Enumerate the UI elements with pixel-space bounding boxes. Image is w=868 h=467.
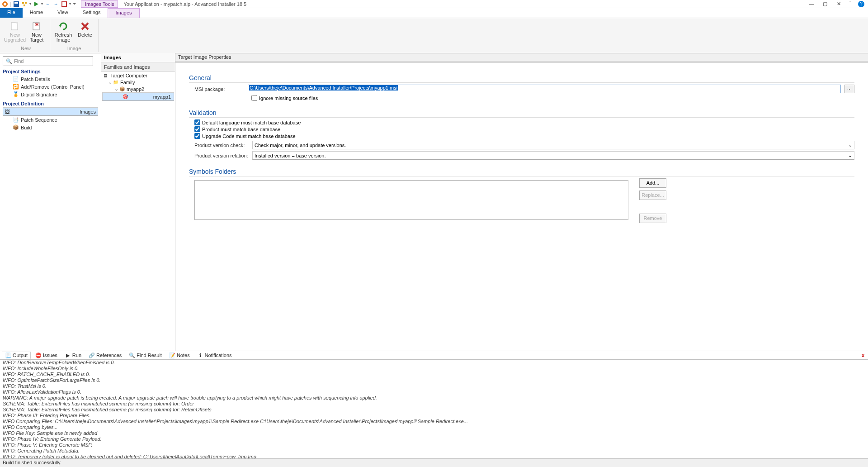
refresh-image-button[interactable]: Refresh Image — [53, 20, 74, 43]
ribbon-group-new-label: New — [21, 46, 31, 51]
pv-check-select[interactable]: Check major, minor, and update versions.… — [252, 141, 854, 149]
tree-root[interactable]: 🖥Target Computer — [102, 72, 174, 79]
new-target-button[interactable]: ✱ New Target — [26, 20, 47, 43]
ribbon-collapse[interactable]: ˇ — [849, 1, 851, 7]
symbols-listbox[interactable] — [194, 180, 628, 220]
ignore-missing-check[interactable]: Ignore missing source files — [251, 95, 854, 101]
run-icon[interactable] — [33, 1, 39, 7]
target-icon: 🎯 — [123, 94, 129, 99]
status-bar: Build finished successfully. — [0, 458, 868, 467]
output-line: INFO: Generating Patch Metadata. — [3, 448, 865, 454]
v2-checkbox[interactable] — [194, 126, 200, 132]
tree-myapp2[interactable]: ⌄📦myapp2 — [102, 86, 174, 92]
v3-checkbox[interactable] — [194, 133, 200, 139]
refresh-icon — [58, 21, 69, 32]
signature-icon: 🏅 — [13, 91, 19, 97]
search-icon: 🔍 — [6, 58, 12, 64]
tab-file[interactable]: File — [0, 8, 23, 18]
nav-images[interactable]: 🖼Images — [3, 107, 98, 116]
images-icon: 🖼 — [5, 109, 11, 114]
qat-dropdown-3[interactable]: ▾ — [69, 2, 71, 6]
remove-button[interactable]: Remove — [639, 214, 666, 223]
ribbon-group-image: Refresh Image Delete Image — [50, 19, 99, 52]
find-input[interactable]: 🔍 Find — [3, 56, 93, 66]
context-tab[interactable]: Images Tools — [81, 0, 118, 8]
qat-dropdown-2[interactable]: ▾ — [41, 2, 43, 6]
bottom-tabs: 📃Output ⛔Issues ▶Run 🔗References 🔍Find R… — [0, 351, 868, 360]
tab-notifications[interactable]: ℹNotifications — [194, 352, 235, 358]
output-line: SCHEMA: Table: ExternalFiles has mismatc… — [3, 407, 865, 413]
back-icon[interactable]: ← — [45, 1, 51, 7]
validation-check-2[interactable]: Product must match base database — [194, 126, 854, 132]
tree-family[interactable]: ⌄📁Family — [102, 79, 174, 86]
tree-myapp1[interactable]: 🎯myapp1 — [102, 92, 174, 101]
references-icon: 🔗 — [89, 352, 95, 358]
replace-button[interactable]: Replace... — [639, 191, 666, 200]
tab-issues[interactable]: ⛔Issues — [33, 352, 60, 358]
qat-dropdown[interactable]: ▾ — [29, 2, 31, 6]
tab-find-result[interactable]: 🔍Find Result — [126, 352, 165, 358]
tab-references[interactable]: 🔗References — [86, 352, 124, 358]
output-line: INFO Comparing Files: C:\Users\theje\Doc… — [3, 419, 865, 424]
close-button[interactable]: ✕ — [835, 1, 842, 7]
expand-icon[interactable]: ⌄ — [108, 79, 112, 85]
save-icon[interactable] — [13, 1, 19, 7]
output-line: INFO: Phase IV: Entering Generate Payloa… — [3, 436, 865, 442]
patch-details-icon: 📄 — [13, 76, 19, 82]
validation-check-1[interactable]: Default language must match base databas… — [194, 119, 854, 125]
close-panel-button[interactable]: x — [862, 353, 866, 358]
symbols-header: Symbols Folders — [189, 168, 854, 176]
output-line: INFO: PATCH_CACHE_ENABLED is 0. — [3, 372, 865, 377]
tab-notes[interactable]: 📝Notes — [166, 352, 193, 358]
nav-patch-sequence[interactable]: 📑Patch Sequence — [3, 116, 98, 124]
ribbon: New Upgraded ✱ New Target New Refresh Im… — [0, 18, 868, 53]
output-line: WARNING: A major upgrade patch is being … — [3, 395, 865, 401]
tab-run[interactable]: ▶Run — [62, 352, 84, 358]
svg-marker-14 — [59, 25, 61, 28]
add-button[interactable]: Add... — [639, 178, 666, 188]
tab-view[interactable]: View — [50, 8, 75, 18]
pv-rel-label: Product version relation: — [194, 153, 249, 158]
qat-customize[interactable]: ⏷ — [73, 2, 76, 6]
nav-digital-signature[interactable]: 🏅Digital Signature — [3, 91, 98, 98]
minimize-button[interactable]: — — [808, 1, 815, 7]
properties-panel: Target Image Properties General MSI pack… — [175, 53, 868, 351]
build-icon[interactable] — [21, 1, 28, 7]
tab-settings[interactable]: Settings — [75, 8, 108, 18]
general-header: General — [189, 74, 854, 83]
ignore-missing-checkbox[interactable] — [251, 95, 257, 101]
maximize-button[interactable]: ▢ — [822, 1, 828, 7]
tab-home[interactable]: Home — [23, 8, 50, 18]
window-controls: — ▢ ✕ ˇ ? — [808, 1, 868, 7]
svg-point-1 — [4, 3, 6, 5]
output-line: INFO: IncludeWholeFilesOnly is 0. — [3, 366, 865, 372]
nav-patch-details[interactable]: 📄Patch Details — [3, 75, 98, 83]
nav-add-remove[interactable]: 🔁Add/Remove (Control Panel) — [3, 83, 98, 91]
forward-icon[interactable]: → — [53, 1, 59, 7]
main-area: 🔍 Find Project Settings 📄Patch Details 🔁… — [0, 53, 868, 351]
new-upgraded-button[interactable]: New Upgraded — [5, 20, 25, 43]
title-bar: | ▾ ▾ ← → ▾ ⏷ Images Tools Your Applicat… — [0, 0, 868, 8]
output-pane[interactable]: INFO: DontRemoveTempFolderWhenFinished i… — [0, 360, 868, 458]
msi-package-input[interactable]: C:\Users\theje\Documents\Advanced Instal… — [248, 85, 841, 93]
tab-images[interactable]: Images — [108, 8, 139, 18]
ribbon-tabs: File Home View Settings Images — [0, 8, 868, 18]
browse-button[interactable]: … — [844, 85, 854, 93]
validation-check-3[interactable]: Upgrade Code must match base database — [194, 133, 854, 139]
run-tab-icon: ▶ — [65, 352, 71, 358]
expand-icon[interactable]: ⌄ — [114, 86, 118, 92]
output-line: SCHEMA: Table: ExternalFiles has mismatc… — [3, 401, 865, 407]
v1-checkbox[interactable] — [194, 119, 200, 125]
output-line: INFO: Phase V: Entering Generate MSP. — [3, 442, 865, 448]
pv-rel-select[interactable]: Installed version = base version.⌄ — [252, 151, 854, 160]
options-icon[interactable] — [61, 1, 67, 7]
nav-build[interactable]: 📦Build — [3, 124, 98, 131]
help-icon[interactable]: ? — [858, 1, 864, 7]
svg-rect-9 — [62, 2, 66, 6]
output-line: INFO File Key: Sample.exe is newly added — [3, 430, 865, 436]
tab-output[interactable]: 📃Output — [2, 352, 31, 359]
delete-button[interactable]: Delete — [75, 20, 95, 43]
build-icon: 📦 — [13, 124, 19, 130]
delete-label: Delete — [78, 33, 92, 38]
pv-check-row: Product version check: Check major, mino… — [194, 141, 854, 149]
